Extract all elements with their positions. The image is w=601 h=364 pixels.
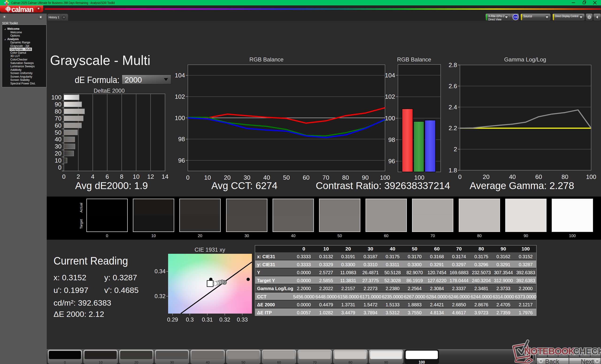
svg-text:0.31: 0.31	[202, 316, 213, 323]
svg-text:RGB Balance: RGB Balance	[397, 57, 431, 63]
svg-text:96: 96	[178, 157, 185, 164]
svg-text:2.2: 2.2	[449, 125, 457, 132]
svg-text:DeltaE 2000: DeltaE 2000	[94, 87, 125, 94]
svg-text:0.32: 0.32	[154, 293, 166, 299]
svg-text:2.8: 2.8	[449, 61, 457, 68]
svg-text:0.32: 0.32	[219, 316, 230, 323]
svg-text:40: 40	[55, 136, 61, 143]
svg-text:104: 104	[175, 72, 185, 79]
svg-text:30: 30	[55, 143, 61, 150]
svg-text:10: 10	[55, 157, 61, 164]
svg-text:104: 104	[385, 72, 395, 79]
svg-text:10: 10	[133, 173, 140, 180]
svg-text:60: 60	[535, 173, 542, 180]
svg-text:8: 8	[120, 173, 123, 180]
svg-text:98: 98	[388, 136, 395, 143]
svg-text:100: 100	[175, 115, 185, 122]
svg-text:50: 50	[55, 129, 61, 136]
svg-text:12: 12	[147, 173, 154, 180]
svg-text:6: 6	[105, 173, 109, 180]
svg-text:102: 102	[385, 93, 395, 100]
svg-text:1.8: 1.8	[449, 167, 457, 174]
svg-text:40: 40	[509, 173, 516, 180]
svg-text:4: 4	[91, 173, 94, 180]
svg-text:20: 20	[55, 150, 61, 157]
svg-text:0: 0	[458, 173, 461, 180]
svg-text:90: 90	[55, 101, 61, 108]
svg-text:0: 0	[58, 164, 61, 171]
svg-text:60: 60	[55, 122, 61, 129]
svg-text:102: 102	[175, 93, 185, 100]
svg-text:0: 0	[62, 173, 66, 180]
svg-text:100: 100	[51, 94, 61, 101]
svg-text:NOTEBOOK: NOTEBOOK	[524, 346, 575, 356]
svg-text:98: 98	[178, 135, 185, 143]
svg-text:0.34: 0.34	[154, 268, 166, 274]
svg-text:2.6: 2.6	[449, 83, 457, 90]
svg-text:14: 14	[162, 173, 169, 180]
svg-text:100: 100	[385, 115, 395, 122]
svg-text:CHECK: CHECK	[573, 346, 601, 356]
svg-text:80: 80	[561, 173, 568, 180]
svg-text:70: 70	[55, 115, 61, 122]
svg-text:0.33: 0.33	[237, 316, 248, 323]
svg-text:80: 80	[55, 108, 61, 115]
svg-text:0.3: 0.3	[186, 316, 194, 323]
svg-text:2.4: 2.4	[449, 104, 457, 111]
svg-text:RGB Balance: RGB Balance	[249, 57, 283, 63]
svg-text:Gamma Log/Log: Gamma Log/Log	[504, 57, 546, 63]
svg-text:2: 2	[454, 146, 457, 153]
svg-text:CIE 1931 xy: CIE 1931 xy	[195, 247, 225, 253]
svg-text:2: 2	[77, 173, 80, 180]
svg-text:0.29: 0.29	[167, 316, 178, 323]
svg-text:100: 100	[586, 173, 596, 180]
svg-text:20: 20	[483, 173, 490, 180]
svg-text:96: 96	[388, 158, 395, 165]
